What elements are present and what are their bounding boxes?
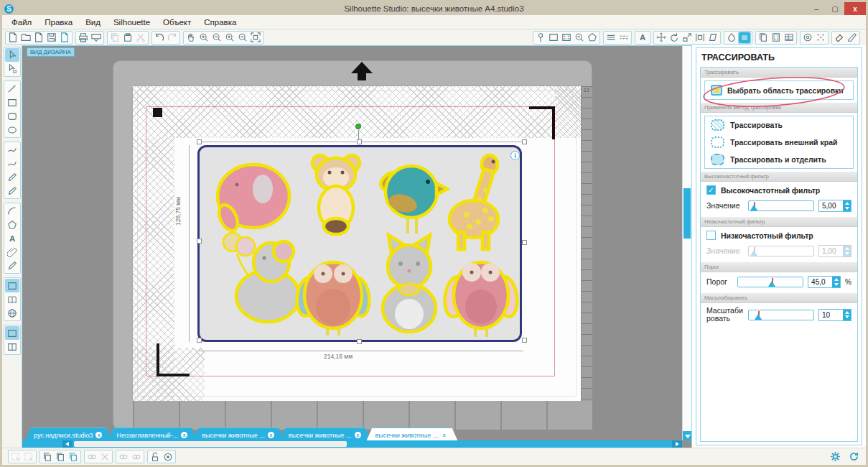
zoom-out-icon[interactable]: [210, 32, 223, 44]
zoom-panel-icon[interactable]: [573, 32, 586, 44]
curve-tool-icon[interactable]: [5, 143, 19, 157]
draw-tool-icon[interactable]: [5, 170, 19, 184]
zoom-selection-icon[interactable]: [223, 32, 236, 44]
rotate-icon[interactable]: [668, 32, 681, 44]
scale-spinner[interactable]: 10: [818, 309, 851, 321]
pixscan-icon[interactable]: [814, 32, 827, 44]
minimize-button[interactable]: –: [807, 2, 826, 15]
menu-объект[interactable]: Объект: [157, 17, 197, 28]
knife-icon[interactable]: [846, 32, 859, 44]
high-pass-checkbox[interactable]: ✓: [706, 185, 716, 195]
selected-image[interactable]: [197, 145, 522, 342]
line-thickness-icon[interactable]: [617, 32, 630, 44]
document-tab-2[interactable]: высечки животные ...x: [193, 427, 284, 440]
selection-handle-se[interactable]: [522, 338, 527, 343]
undo-icon[interactable]: [153, 32, 166, 44]
settings-icon[interactable]: [829, 450, 841, 463]
arc-tool-icon[interactable]: [5, 204, 19, 218]
line-style-icon[interactable]: [605, 32, 617, 44]
design-canvas[interactable]: ВИД ДИЗАЙНА 12 128,75 мм 214,16 мм: [22, 45, 691, 448]
sketch-tool-icon[interactable]: [5, 259, 19, 272]
select-tool-icon[interactable]: [5, 48, 19, 62]
drag-zoom-icon[interactable]: [236, 32, 249, 44]
center-icon[interactable]: [694, 32, 706, 44]
mirror-icon[interactable]: [54, 450, 67, 463]
low-pass-checkbox[interactable]: [706, 231, 716, 240]
text-style-icon[interactable]: [636, 32, 649, 44]
scroll-down-button[interactable]: [683, 431, 691, 440]
horizontal-scrollbar[interactable]: [22, 440, 682, 448]
document-tab-1[interactable]: Неозаглавленный-...x: [108, 427, 197, 440]
open-icon[interactable]: [19, 32, 32, 44]
vertical-scroll-thumb[interactable]: [683, 188, 691, 239]
freeform-tool-icon[interactable]: [5, 157, 19, 170]
merge-file-icon[interactable]: [32, 32, 45, 44]
selection-handle-e[interactable]: [522, 240, 527, 245]
menu-справка[interactable]: Справка: [197, 17, 243, 28]
transform-icon[interactable]: [655, 32, 668, 44]
tab-close-icon[interactable]: x: [268, 432, 274, 438]
scroll-right-button[interactable]: [672, 440, 682, 448]
trace-panel-icon[interactable]: [738, 32, 751, 44]
split-view-icon[interactable]: [5, 340, 19, 353]
save-to-library-icon[interactable]: [58, 32, 71, 44]
high-pass-spinner[interactable]: 5,00: [818, 200, 851, 212]
fill-icon[interactable]: [725, 32, 738, 44]
selection-handle-ne[interactable]: [522, 139, 527, 144]
zoom-in-icon[interactable]: [197, 32, 210, 44]
rotation-handle[interactable]: [355, 124, 361, 129]
page-setup-icon[interactable]: [547, 32, 560, 44]
compound-path-icon[interactable]: [770, 32, 783, 44]
new-document-icon[interactable]: [6, 32, 19, 44]
trace-and-detach-button[interactable]: Трассировать и отделить: [705, 151, 853, 168]
text-tool-icon[interactable]: [5, 231, 19, 245]
pan-icon[interactable]: [185, 32, 197, 44]
library-view-icon[interactable]: [5, 292, 19, 306]
maximize-button[interactable]: ▢: [826, 2, 844, 15]
close-button[interactable]: x: [844, 2, 866, 15]
offset-panel-icon[interactable]: [586, 32, 599, 44]
scale-slider[interactable]: [748, 310, 814, 320]
smooth-draw-tool-icon[interactable]: [5, 184, 19, 198]
selection-handle-nw[interactable]: [197, 139, 202, 144]
selection-handle-sw[interactable]: [197, 338, 202, 343]
sync-icon[interactable]: [847, 450, 860, 463]
high-pass-slider[interactable]: [748, 200, 814, 211]
line-tool-icon[interactable]: [5, 82, 19, 96]
threshold-slider[interactable]: [737, 277, 803, 287]
print-icon[interactable]: [77, 32, 90, 44]
registration-marks-icon[interactable]: [560, 32, 573, 44]
ellipse-tool-icon[interactable]: [5, 123, 19, 137]
trace-outer-edge-button[interactable]: Трассировать внешний край: [705, 134, 853, 151]
vertical-scrollbar[interactable]: [682, 46, 691, 440]
trace-method-button[interactable]: Трассировать: [705, 116, 853, 134]
store-view-icon[interactable]: [5, 306, 19, 320]
threshold-spinner[interactable]: 45,0: [808, 276, 841, 288]
rectangle-tool-icon[interactable]: [5, 96, 19, 109]
select-trace-area-button[interactable]: Выбрать область трассировки: [705, 81, 853, 99]
menu-вид[interactable]: Вид: [79, 17, 107, 28]
unlock-icon[interactable]: [149, 450, 162, 463]
note-tool-icon[interactable]: [5, 245, 19, 259]
selection-handle-s[interactable]: [357, 339, 362, 344]
send-to-silhouette-icon[interactable]: [90, 32, 103, 44]
edit-points-tool-icon[interactable]: [5, 62, 19, 75]
shear-icon[interactable]: [706, 32, 719, 44]
tab-close-icon[interactable]: x: [95, 432, 102, 438]
menu-silhouette[interactable]: Silhouette: [107, 17, 157, 28]
menu-файл[interactable]: Файл: [5, 17, 38, 28]
scale-icon[interactable]: [681, 32, 694, 44]
scroll-left-button[interactable]: [62, 440, 73, 448]
target-icon[interactable]: [162, 450, 174, 463]
selection-handle-w[interactable]: [197, 239, 202, 244]
save-icon[interactable]: [45, 32, 58, 44]
tab-close-icon[interactable]: x: [181, 432, 187, 438]
document-tab-3[interactable]: высечки животные ...x: [280, 427, 371, 440]
tab-close-icon[interactable]: x: [355, 432, 361, 438]
polygon-tool-icon[interactable]: [5, 218, 19, 231]
document-tab-0[interactable]: рус.надписи.studio3x: [25, 427, 112, 440]
page-view-icon[interactable]: [5, 326, 19, 340]
document-tab-4[interactable]: высечки животные ...x: [367, 427, 458, 440]
selection-info-badge[interactable]: i: [510, 151, 520, 160]
paste-icon[interactable]: [121, 32, 134, 44]
